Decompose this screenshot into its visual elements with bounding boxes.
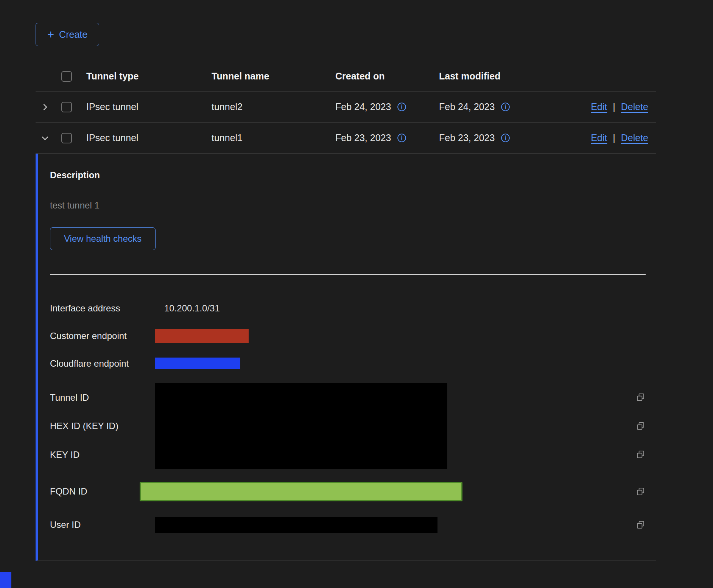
bottom-left-blue-bar	[0, 572, 11, 588]
interface-address-value: 10.200.1.0/31	[164, 303, 220, 314]
table-header-row: Tunnel type Tunnel name Created on Last …	[36, 61, 656, 92]
action-separator: |	[613, 101, 615, 112]
expand-chevron-icon[interactable]	[39, 101, 51, 113]
description-label: Description	[50, 170, 646, 180]
tunnels-table: Tunnel type Tunnel name Created on Last …	[36, 61, 656, 561]
info-icon[interactable]	[397, 102, 406, 112]
row-checkbox[interactable]	[61, 102, 72, 112]
collapse-chevron-icon[interactable]	[39, 132, 51, 144]
edit-link[interactable]: Edit	[591, 132, 607, 143]
info-icon[interactable]	[501, 133, 510, 143]
delete-link[interactable]: Delete	[621, 101, 648, 112]
interface-address-label: Interface address	[50, 303, 155, 314]
copy-icon[interactable]	[635, 487, 646, 497]
tunnel-detail-fields: Interface address 10.200.1.0/31 Customer…	[50, 294, 646, 541]
select-all-checkbox[interactable]	[61, 71, 72, 82]
table-row-tunnel2: IPsec tunnel tunnel2 Feb 24, 2023 Feb 24…	[36, 92, 656, 123]
last-modified-value: Feb 24, 2023	[439, 101, 495, 112]
tunnel-id-label: Tunnel ID	[50, 392, 155, 403]
row-checkbox[interactable]	[61, 133, 72, 143]
tunnel-detail-panel: Description test tunnel 1 View health ch…	[36, 154, 656, 561]
view-health-checks-button[interactable]: View health checks	[50, 227, 156, 250]
header-created-on: Created on	[335, 71, 439, 82]
create-button-label: Create	[59, 29, 87, 40]
key-id-label: KEY ID	[50, 450, 155, 460]
interface-address-row: Interface address 10.200.1.0/31	[50, 294, 646, 322]
copy-icon[interactable]	[635, 392, 646, 403]
copy-icon[interactable]	[635, 450, 646, 460]
hex-id-label: HEX ID (KEY ID)	[50, 421, 155, 431]
header-tunnel-name: Tunnel name	[212, 71, 335, 82]
cloudflare-endpoint-label: Cloudflare endpoint	[50, 358, 155, 369]
plus-icon: +	[47, 29, 54, 40]
copy-icon[interactable]	[635, 421, 646, 431]
table-row-tunnel1: IPsec tunnel tunnel1 Feb 23, 2023 Feb 23…	[36, 123, 656, 154]
created-on-value: Feb 24, 2023	[335, 101, 391, 112]
user-id-redacted-value	[155, 517, 437, 533]
last-modified-value: Feb 23, 2023	[439, 132, 495, 143]
cloudflare-endpoint-row: Cloudflare endpoint	[50, 350, 646, 377]
customer-endpoint-label: Customer endpoint	[50, 331, 155, 341]
tunnel-name-cell: tunnel1	[212, 132, 335, 143]
header-tunnel-type: Tunnel type	[86, 71, 212, 82]
tunnel-type-cell: IPsec tunnel	[86, 101, 212, 112]
copy-icon[interactable]	[635, 520, 646, 530]
tunnel-ids-redacted-value	[155, 383, 447, 469]
info-icon[interactable]	[397, 133, 406, 143]
tunnels-page: + Create Tunnel type Tunnel name Created…	[0, 0, 713, 561]
cloudflare-endpoint-redacted-value	[155, 358, 240, 369]
customer-endpoint-redacted-value	[155, 329, 249, 343]
header-checkbox-cell	[61, 71, 86, 82]
edit-link[interactable]: Edit	[591, 101, 607, 112]
header-last-modified: Last modified	[439, 71, 584, 82]
customer-endpoint-row: Customer endpoint	[50, 322, 646, 350]
description-value: test tunnel 1	[50, 200, 646, 211]
fqdn-id-row: FQDN ID	[50, 475, 646, 508]
tunnel-ids-group: Tunnel ID HEX ID (KEY ID) KEY ID	[50, 383, 646, 469]
tunnel-name-cell: tunnel2	[212, 101, 335, 112]
delete-link[interactable]: Delete	[621, 132, 648, 143]
panel-divider	[50, 274, 646, 275]
action-separator: |	[613, 132, 615, 143]
user-id-label: User ID	[50, 520, 155, 530]
tunnel-type-cell: IPsec tunnel	[86, 132, 212, 143]
fqdn-id-redacted-value	[140, 482, 462, 501]
user-id-row: User ID	[50, 508, 646, 541]
info-icon[interactable]	[501, 102, 510, 112]
created-on-value: Feb 23, 2023	[335, 132, 391, 143]
create-button[interactable]: + Create	[36, 23, 99, 46]
